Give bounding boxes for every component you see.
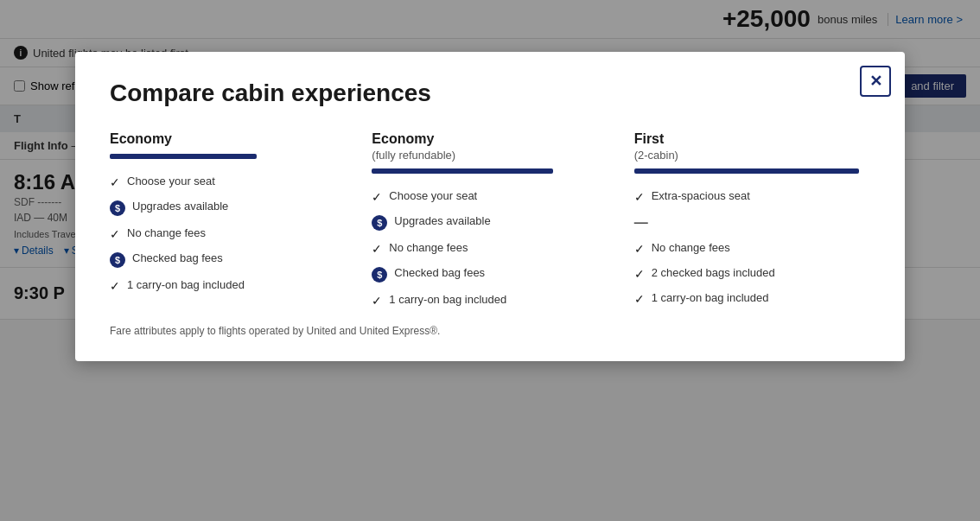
check-icon: ✓ (110, 175, 120, 189)
cabin-columns: Economy ✓ Choose your seat $ Upgrades av… (110, 131, 870, 308)
modal-footer: Fare attributes apply to flights operate… (110, 325, 870, 337)
cabin-bar-first (634, 168, 859, 174)
check-icon: ✓ (110, 227, 120, 241)
modal-overlay: Compare cabin experiences ✕ Economy ✓ Ch… (0, 0, 980, 521)
feature-bag-fees-2: $ Checked bag fees (372, 266, 608, 283)
feature-no-change-fees-3: ✓ No change fees (634, 241, 870, 256)
cabin-name-first: First (634, 131, 870, 147)
cabin-sub-first: (2-cabin) (634, 149, 870, 162)
check-icon: ✓ (372, 294, 382, 308)
cabin-name-economy: Economy (110, 131, 346, 147)
feature-checked-bags-included: ✓ 2 checked bags included (634, 266, 870, 281)
check-icon: ✓ (372, 242, 382, 256)
check-icon: ✓ (372, 190, 382, 204)
cabin-col-economy-refund: Economy (fully refundable) ✓ Choose your… (372, 131, 633, 308)
cabin-bar-economy (110, 154, 257, 159)
cabin-col-first: First (2-cabin) ✓ Extra-spacious seat — … (634, 131, 870, 308)
check-icon: ✓ (634, 190, 645, 204)
feature-bag-fees: $ Checked bag fees (110, 251, 346, 268)
dash-icon: — (634, 215, 648, 231)
modal-close-button[interactable]: ✕ (860, 66, 891, 97)
close-icon: ✕ (869, 73, 882, 89)
feature-choose-seat-2: ✓ Choose your seat (372, 189, 608, 204)
cabin-name-economy-refund: Economy (372, 131, 608, 147)
modal-title: Compare cabin experiences (110, 79, 870, 107)
feature-upgrades: $ Upgrades available (110, 200, 346, 216)
check-icon: ✓ (634, 292, 645, 306)
check-icon: ✓ (634, 267, 645, 281)
feature-carryon: ✓ 1 carry-on bag included (110, 278, 346, 293)
dollar-icon: $ (110, 252, 125, 268)
check-icon: ✓ (110, 279, 120, 293)
dollar-icon: $ (372, 215, 387, 231)
feature-upgrades-2: $ Upgrades available (372, 214, 608, 231)
cabin-sub-economy-refund: (fully refundable) (372, 149, 608, 162)
feature-carryon-2: ✓ 1 carry-on bag included (372, 293, 608, 308)
check-icon: ✓ (634, 242, 645, 256)
dollar-icon: $ (372, 267, 387, 283)
feature-dash: — (634, 214, 870, 231)
dollar-icon: $ (110, 200, 125, 216)
feature-no-change-fees: ✓ No change fees (110, 226, 346, 241)
feature-carryon-3: ✓ 1 carry-on bag included (634, 291, 870, 306)
feature-choose-seat: ✓ Choose your seat (110, 175, 346, 189)
feature-no-change-fees-2: ✓ No change fees (372, 241, 608, 256)
cabin-col-economy: Economy ✓ Choose your seat $ Upgrades av… (110, 131, 372, 308)
compare-modal: Compare cabin experiences ✕ Economy ✓ Ch… (75, 52, 905, 361)
feature-list-first: ✓ Extra-spacious seat — ✓ No change fees… (634, 189, 870, 306)
feature-list-economy-refund: ✓ Choose your seat $ Upgrades available … (372, 189, 608, 308)
feature-list-economy: ✓ Choose your seat $ Upgrades available … (110, 175, 346, 293)
feature-extra-spacious: ✓ Extra-spacious seat (634, 189, 870, 204)
cabin-bar-economy-refund (372, 168, 553, 174)
